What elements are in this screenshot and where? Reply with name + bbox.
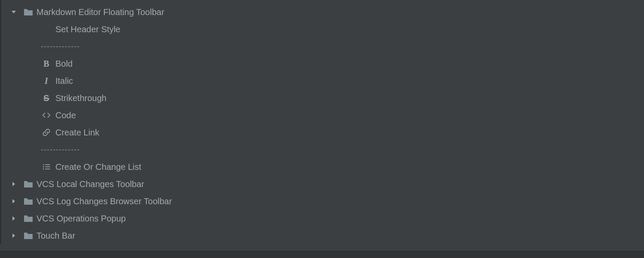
tree-item-italic[interactable]: I Italic [1, 72, 644, 89]
tree-item-code[interactable]: Code [1, 107, 644, 124]
item-label: Italic [55, 76, 73, 86]
tree-item-bold[interactable]: B Bold [1, 55, 644, 72]
folder-label: Markdown Editor Floating Toolbar [36, 7, 164, 17]
item-label: Set Header Style [55, 25, 120, 34]
folder-icon [24, 231, 33, 240]
chevron-right-icon [10, 215, 18, 222]
item-label: Strikethrough [55, 93, 106, 103]
folder-icon [24, 8, 33, 16]
italic-icon: I [41, 75, 52, 86]
chevron-right-icon [10, 232, 18, 240]
tree-item-strikethrough[interactable]: S Strikethrough [1, 89, 644, 107]
tree-folder-vcs-local-changes[interactable]: VCS Local Changes Toolbar [1, 175, 644, 193]
tree-folder-vcs-log-changes[interactable]: VCS Log Changes Browser Toolbar [1, 193, 644, 210]
chevron-right-icon [10, 197, 18, 205]
folder-icon [24, 197, 33, 206]
list-icon [41, 161, 52, 172]
folder-icon [24, 180, 33, 188]
tree-folder-vcs-operations-popup[interactable]: VCS Operations Popup [1, 210, 644, 227]
tree-separator: ------------- [1, 141, 644, 158]
folder-icon [24, 214, 33, 223]
svg-point-0 [43, 164, 44, 166]
folder-label: VCS Operations Popup [36, 214, 126, 224]
tree-item-set-header-style[interactable]: Set Header Style [1, 21, 644, 38]
tree-item-create-list[interactable]: Create Or Change List [1, 158, 644, 175]
settings-tree: Markdown Editor Floating Toolbar Set Hea… [0, 0, 644, 244]
chevron-right-icon [10, 180, 18, 188]
item-label: Code [55, 111, 76, 120]
folder-label: VCS Local Changes Toolbar [36, 179, 144, 189]
item-label: Create Link [55, 128, 99, 138]
chevron-down-icon [10, 8, 18, 16]
link-icon [41, 127, 52, 138]
item-label: Bold [55, 59, 73, 69]
bold-icon: B [41, 58, 52, 69]
code-icon [41, 110, 52, 121]
tree-folder-touch-bar[interactable]: Touch Bar [1, 227, 644, 244]
tree-folder-markdown-toolbar[interactable]: Markdown Editor Floating Toolbar [1, 3, 644, 21]
panel-footer-border [0, 251, 644, 258]
item-label: Create Or Change List [55, 162, 141, 172]
folder-label: Touch Bar [36, 231, 75, 241]
tree-item-create-link[interactable]: Create Link [1, 124, 644, 141]
separator-dashes: ------------- [41, 145, 80, 154]
separator-dashes: ------------- [41, 42, 80, 51]
folder-label: VCS Log Changes Browser Toolbar [36, 197, 172, 206]
svg-point-2 [43, 169, 44, 170]
svg-point-1 [43, 166, 44, 168]
strikethrough-icon: S [41, 92, 52, 104]
tree-separator: ------------- [1, 38, 644, 55]
